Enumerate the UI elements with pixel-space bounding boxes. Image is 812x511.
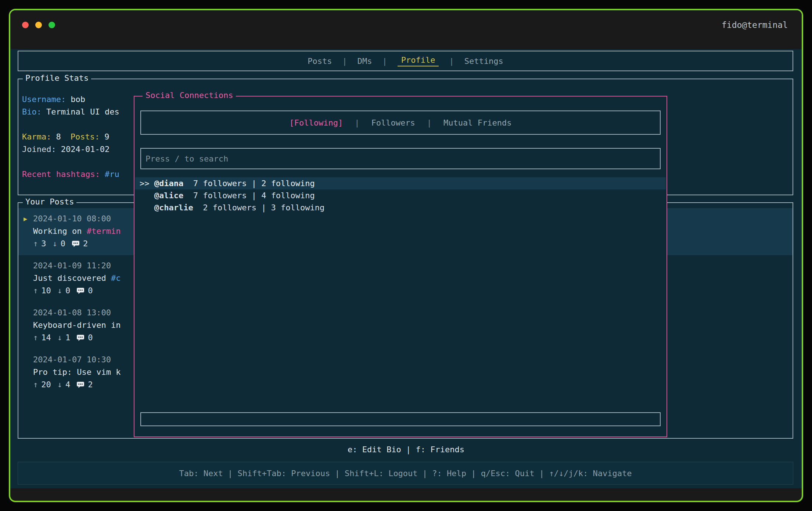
post-text-plain: Keyboard-driven in [33, 320, 121, 330]
selected-post-marker-icon: ▶ [24, 213, 27, 225]
comment-count: 0 [88, 333, 93, 342]
downvote-count: 4 [65, 380, 70, 389]
tab-dms[interactable]: DMs [358, 57, 372, 66]
nav-separator: | [382, 57, 387, 66]
upvote-icon: ↑ [33, 239, 38, 248]
comment-icon [72, 239, 80, 251]
tab-followers[interactable]: Followers [371, 118, 415, 127]
friend-row[interactable]: @alice7 followers | 4 following [135, 189, 666, 202]
karma-value: 8 [56, 132, 61, 141]
nav-separator: | [449, 57, 454, 66]
joined-label: Joined: [22, 145, 56, 154]
joined-value: 2024-01-02 [61, 145, 109, 154]
friend-handle: @charlie [154, 203, 193, 212]
username-label: Username: [22, 95, 66, 104]
modal-footer-box [140, 412, 661, 426]
upvote-count: 3 [41, 239, 46, 248]
bio-value: Terminal UI des [46, 107, 119, 116]
karma-label: Karma: [22, 132, 51, 141]
username-value: bob [71, 95, 85, 104]
downvote-icon: ↓ [57, 286, 62, 295]
modal-title: Social Connections [143, 91, 236, 100]
search-box [140, 148, 661, 169]
modal-tab-separator: | [355, 118, 359, 127]
search-input[interactable] [141, 154, 660, 163]
maximize-button[interactable] [48, 22, 55, 28]
comment-count: 2 [83, 239, 88, 248]
hashtags-value: #ru [105, 170, 119, 179]
close-button[interactable] [22, 22, 29, 28]
selection-cursor: >> [140, 177, 154, 189]
downvote-count: 0 [65, 286, 70, 295]
friend-stats: 7 followers | 4 following [193, 191, 315, 200]
post-text-plain: Working on [33, 226, 87, 236]
tab-settings[interactable]: Settings [464, 57, 503, 66]
friend-handle: @diana [154, 179, 183, 188]
post-hashtag: #termin [87, 226, 121, 236]
tab-profile[interactable]: Profile [398, 55, 439, 66]
upvote-count: 14 [41, 333, 51, 342]
bio-label: Bio: [22, 107, 42, 116]
social-connections-modal: Social Connections [Following] | Followe… [134, 96, 667, 437]
terminal-window: fido@terminal Posts | DMs | Profile | Se… [9, 9, 803, 502]
post-hashtag: #c [111, 273, 121, 283]
minimize-button[interactable] [35, 22, 42, 28]
hashtags-label: Recent hashtags: [22, 170, 100, 179]
help-bar: Tab: Next | Shift+Tab: Previous | Shift+… [18, 462, 793, 485]
downvote-icon: ↓ [57, 380, 62, 389]
friend-stats: 7 followers | 2 following [193, 179, 315, 188]
upvote-count: 10 [41, 286, 51, 295]
upvote-icon: ↑ [33, 333, 38, 342]
tab-posts[interactable]: Posts [308, 57, 332, 66]
upvote-icon: ↑ [33, 286, 38, 295]
tab-following[interactable]: [Following] [290, 118, 343, 127]
posts-count-label: Posts: [71, 132, 100, 141]
upvote-count: 20 [41, 380, 51, 389]
post-text-plain: Just discovered [33, 273, 111, 283]
comment-count: 0 [88, 286, 93, 295]
help-bar-text: Tab: Next | Shift+Tab: Previous | Shift+… [179, 469, 632, 478]
your-posts-title: Your Posts [23, 197, 76, 206]
friend-list: >>@diana7 followers | 2 following @alice… [135, 177, 666, 214]
friend-stats: 2 followers | 3 following [203, 203, 324, 212]
app-screen: Posts | DMs | Profile | Settings Profile… [10, 49, 802, 488]
profile-stats-title: Profile Stats [23, 73, 91, 83]
downvote-count: 0 [61, 239, 65, 248]
posts-count-value: 9 [104, 132, 109, 141]
post-text-plain: Pro tip: Use vim k [33, 367, 121, 377]
comment-icon [76, 286, 85, 298]
window-title: fido@terminal [722, 20, 788, 30]
downvote-icon: ↓ [57, 333, 62, 342]
comment-icon [76, 333, 85, 345]
titlebar: fido@terminal [10, 10, 802, 49]
friend-row[interactable]: @charlie2 followers | 3 following [135, 202, 666, 214]
downvote-icon: ↓ [53, 239, 57, 248]
modal-tabs: [Following] | Followers | Mutual Friends [140, 110, 661, 135]
nav-separator: | [342, 57, 347, 66]
nav-bar: Posts | DMs | Profile | Settings [18, 51, 793, 71]
modal-tab-separator: | [427, 118, 432, 127]
friend-handle: @alice [154, 191, 183, 200]
upvote-icon: ↑ [33, 380, 38, 389]
status-line: e: Edit Bio | f: Friends [10, 443, 802, 456]
tab-mutual-friends[interactable]: Mutual Friends [443, 118, 511, 127]
comment-count: 2 [88, 380, 93, 389]
friend-row[interactable]: >>@diana7 followers | 2 following [135, 177, 666, 189]
downvote-count: 1 [65, 333, 70, 342]
comment-icon [76, 380, 85, 392]
